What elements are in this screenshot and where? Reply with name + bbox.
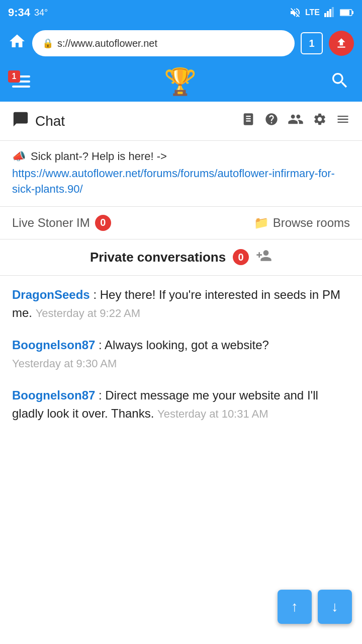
browse-rooms[interactable]: 📁 Browse rooms	[254, 216, 350, 230]
status-right: LTE	[289, 7, 354, 19]
add-person-button[interactable]	[256, 248, 272, 267]
chat-toolbar	[241, 111, 350, 131]
im-label: Live Stoner IM	[12, 216, 90, 230]
status-temp: 34°	[34, 8, 48, 18]
chat-title-text: Chat	[35, 113, 65, 129]
hamburger-badge: 1	[8, 70, 20, 83]
more-menu-icon[interactable]	[336, 112, 350, 130]
status-left: 9:34 34°	[8, 6, 48, 19]
svg-rect-1	[327, 11, 329, 17]
megaphone-icon: 📣	[12, 150, 26, 163]
folder-icon: 📁	[254, 216, 269, 230]
chat-title: Chat	[12, 111, 65, 131]
chat-header: Chat	[0, 102, 362, 141]
lock-icon: 🔒	[42, 38, 53, 49]
search-button[interactable]	[330, 70, 350, 93]
status-time: 9:34	[8, 6, 30, 19]
message-time-3: Yesterday at 10:31 AM	[157, 408, 268, 420]
announcement-text: 📣 Sick plant-? Help is here! ->	[12, 150, 350, 163]
message-item: DragonSeeds : Hey there! If you're inter…	[12, 286, 350, 322]
message-author-2[interactable]: Boognelson87	[12, 338, 95, 352]
url-bar[interactable]: 🔒 s://www.autoflower.net	[32, 30, 295, 56]
message-author-3[interactable]: Boognelson87	[12, 388, 95, 402]
tab-button[interactable]: 1	[301, 32, 323, 54]
im-bar: Live Stoner IM 0 📁 Browse rooms	[0, 207, 362, 239]
message-item-2: Boognelson87 : Always looking, got a web…	[12, 336, 350, 372]
home-button[interactable]	[8, 32, 26, 54]
mute-icon	[289, 7, 301, 19]
book-icon[interactable]	[241, 112, 255, 130]
svg-rect-5	[352, 11, 353, 14]
messages-area: DragonSeeds : Hey there! If you're inter…	[0, 276, 362, 433]
svg-rect-6	[340, 10, 349, 15]
browse-rooms-label: Browse rooms	[273, 216, 350, 230]
scroll-buttons: ↑ ↓	[278, 590, 352, 624]
private-conversations-bar: Private conversations 0	[0, 239, 362, 276]
url-text: s://www.autoflower.net	[57, 38, 157, 49]
battery-icon	[340, 9, 354, 17]
private-conv-label: Private conversations	[90, 250, 226, 265]
message-text-2: : Always looking, got a website?	[99, 338, 269, 352]
message-time-2: Yesterday at 9:30 AM	[12, 357, 117, 370]
scroll-up-button[interactable]: ↑	[278, 590, 312, 624]
scroll-down-button[interactable]: ↓	[318, 590, 352, 624]
im-left: Live Stoner IM 0	[12, 215, 111, 231]
svg-rect-2	[329, 9, 331, 17]
message-time-1: Yesterday at 9:22 AM	[36, 307, 140, 319]
settings-icon[interactable]	[313, 112, 327, 130]
signal-icon	[324, 7, 336, 19]
help-icon[interactable]	[264, 112, 279, 130]
people-icon[interactable]	[288, 111, 304, 131]
lte-icon: LTE	[305, 8, 320, 17]
message-author-1[interactable]: DragonSeeds	[12, 288, 90, 301]
hamburger-wrap: 1	[12, 75, 30, 88]
im-count-badge: 0	[95, 215, 111, 231]
announcement-bar: 📣 Sick plant-? Help is here! -> https://…	[0, 141, 362, 207]
svg-rect-3	[332, 7, 334, 17]
announcement-link[interactable]: https://www.autoflower.net/forums/forums…	[12, 167, 335, 195]
status-bar: 9:34 34° LTE	[0, 0, 362, 25]
site-logo: 🏆	[164, 66, 197, 97]
private-conv-badge: 0	[233, 249, 249, 265]
browser-bar: 🔒 s://www.autoflower.net 1	[0, 25, 362, 61]
svg-rect-0	[324, 13, 326, 17]
nav-bar: 1 🏆	[0, 61, 362, 102]
upload-button[interactable]	[329, 31, 354, 56]
chat-icon	[12, 111, 29, 131]
message-item-3: Boognelson87 : Direct message me your we…	[12, 386, 350, 423]
